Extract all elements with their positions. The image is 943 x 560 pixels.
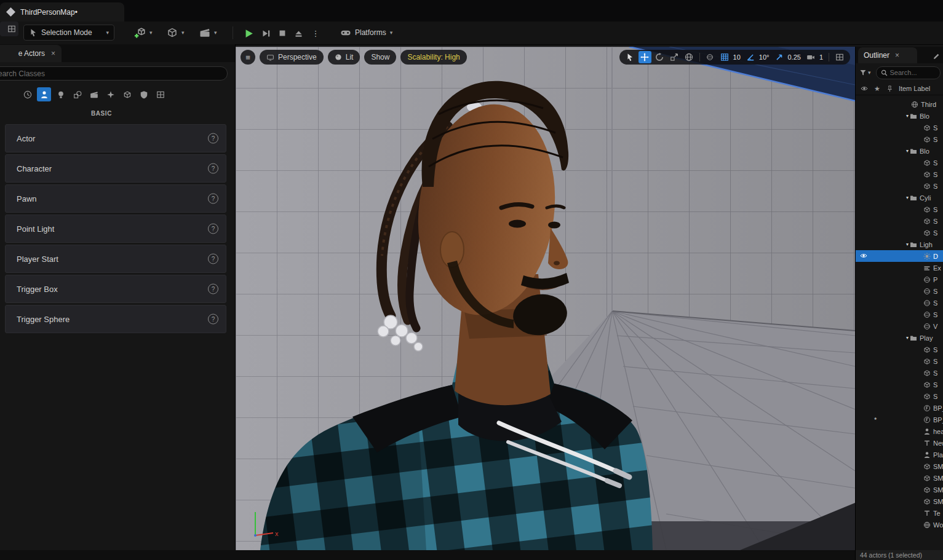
camera-speed-button[interactable] [805,51,818,63]
outliner-row[interactable]: Third [856,98,943,110]
move-tool-button[interactable] [639,51,651,63]
place-actor-item[interactable]: Pawn? [5,184,226,213]
outliner-row[interactable]: S [856,168,943,180]
scalability-warning-badge[interactable]: Scalability: High [400,50,466,65]
outliner-row[interactable]: *BP_ [856,414,943,425]
outliner-row[interactable]: S [856,390,943,402]
viewport-layout-button[interactable] [833,51,846,63]
category-all-classes[interactable] [153,87,167,101]
visibility-eye-icon[interactable] [860,252,867,259]
outliner-row[interactable]: S [856,367,943,379]
outliner-row[interactable]: SM [856,484,943,495]
blueprints-button[interactable]: ▾ [162,25,189,41]
edit-icon[interactable] [933,50,940,61]
expander-arrow-icon[interactable]: ▾ [906,113,909,119]
outliner-search-input[interactable]: Search... [876,66,941,79]
outliner-row[interactable]: ▾Ligh [856,239,943,250]
outliner-row[interactable]: SM [856,472,943,484]
outliner-row[interactable]: ▾Blo [856,145,943,157]
outliner-row[interactable]: Play [856,449,943,460]
outliner-row[interactable]: S [856,180,943,192]
category-volumes[interactable] [137,87,151,101]
place-actor-item[interactable]: Character? [5,154,226,183]
outliner-row[interactable]: ▾Cyli [856,192,943,203]
outliner-row[interactable]: S [856,203,943,215]
outliner-tab[interactable]: Outliner × [858,47,917,63]
viewport-options-menu[interactable]: ≡ [241,50,255,65]
outliner-row[interactable]: SM [856,460,943,472]
search-classes-input[interactable]: Search Classes [0,66,228,81]
add-actor-button[interactable]: ▾ [129,25,157,41]
outliner-row[interactable]: S [856,133,943,145]
play-button[interactable] [241,26,256,41]
item-label-column[interactable]: Item Label [899,85,930,92]
scale-snap-toggle[interactable] [773,51,786,63]
place-actor-item[interactable]: Actor? [5,124,226,152]
star-column-icon[interactable]: ★ [874,85,880,93]
outliner-row[interactable]: ▾Blo [856,110,943,122]
play-options-menu[interactable]: ⋮ [308,26,323,41]
category-visual-effects[interactable] [103,87,117,101]
outliner-row[interactable]: Ex [856,262,943,274]
outliner-row[interactable]: S [856,157,943,168]
pin-column-icon[interactable] [886,85,893,92]
outliner-row[interactable]: S [856,122,943,133]
frame-skip-button[interactable] [258,26,273,41]
outliner-row[interactable]: ▾Play [856,332,943,344]
place-actors-tab[interactable]: e Actors × [0,45,62,62]
place-actor-item[interactable]: Trigger Sphere? [5,305,226,333]
category-shapes[interactable] [70,87,84,101]
close-icon[interactable]: × [51,50,55,57]
eject-button[interactable] [291,26,306,41]
outliner-row[interactable]: S [856,344,943,355]
outliner-row[interactable]: Wo [856,519,943,530]
outliner-row[interactable]: P [856,274,943,285]
outliner-row[interactable]: S [856,297,943,309]
outliner-row[interactable]: S [856,215,943,227]
grid-snap-value[interactable]: 10 [733,53,741,61]
outliner-row[interactable]: S [856,355,943,367]
expander-arrow-icon[interactable]: ▾ [906,195,909,200]
category-geometry[interactable] [120,87,134,101]
place-actor-item[interactable]: Point Light? [5,215,226,243]
perspective-dropdown[interactable]: Perspective [260,50,324,65]
outliner-row[interactable]: BP_ [856,402,943,414]
expander-arrow-icon[interactable]: ▾ [906,242,909,247]
show-flags-dropdown[interactable]: Show [364,50,396,65]
outliner-row[interactable]: S [856,285,943,297]
visibility-column-eye-icon[interactable] [861,85,868,92]
rotate-tool-button[interactable] [653,51,666,63]
platforms-dropdown[interactable]: Platforms ▾ [335,25,397,41]
outliner-row[interactable]: S [856,227,943,239]
camera-speed-value[interactable]: 1 [819,53,823,61]
outliner-row[interactable]: hea [856,425,943,437]
category-basic[interactable] [37,87,51,101]
outliner-row[interactable]: D [856,250,943,262]
selection-mode-dropdown[interactable]: Selection Mode ▾ [23,25,114,41]
category-lights[interactable] [54,87,68,101]
world-local-toggle-button[interactable] [683,51,696,63]
view-mode-dropdown[interactable]: Lit [328,50,360,65]
level-viewport[interactable]: x ≡ Perspective Lit Show Scalability: Hi… [236,47,855,550]
surface-snap-button[interactable] [704,51,717,63]
rotation-snap-value[interactable]: 10° [759,53,770,61]
grid-snap-toggle[interactable] [718,51,731,63]
rotation-snap-toggle[interactable] [744,51,757,63]
filter-button[interactable]: ▾ [859,69,871,76]
scale-tool-button[interactable] [668,51,681,63]
stop-button[interactable] [275,26,290,41]
pinned-star[interactable]: * [874,416,877,424]
place-actor-item[interactable]: Trigger Box? [5,275,226,303]
outliner-row[interactable]: Te [856,507,943,519]
scale-snap-value[interactable]: 0.25 [787,53,800,61]
close-icon[interactable]: × [895,52,899,59]
outliner-row[interactable]: S [856,309,943,320]
select-tool-button[interactable] [624,51,637,63]
toolbar-clipped-icon[interactable] [0,22,18,36]
outliner-row[interactable]: SM [856,495,943,507]
tab-thirdpersonmap[interactable]: ThirdPersonMap• [0,2,124,22]
outliner-row[interactable]: V [856,320,943,332]
expander-arrow-icon[interactable]: ▾ [906,148,909,154]
place-actor-item[interactable]: Player Start? [5,245,226,273]
category-recently-placed[interactable] [20,87,34,101]
